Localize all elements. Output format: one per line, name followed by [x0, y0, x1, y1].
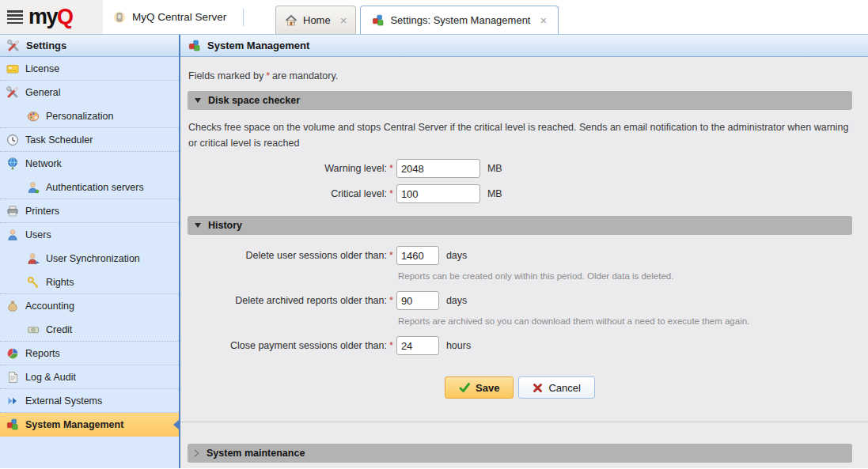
sidebar-item-label: Authentication servers	[46, 182, 144, 193]
cancel-button[interactable]: Cancel	[518, 376, 594, 399]
document-icon	[6, 371, 19, 384]
sidebar-item-label: Personalization	[46, 111, 113, 122]
field-help-text: Reports are archived so you can download…	[398, 316, 852, 326]
sidebar-item-label: General	[25, 87, 60, 98]
section-header-history[interactable]: History	[188, 216, 852, 235]
sidebar-item-label: Rights	[46, 277, 74, 288]
field-unit: hours	[446, 340, 471, 351]
sidebar-title: Settings	[26, 40, 66, 51]
blocks-icon	[6, 418, 19, 431]
page-title: System Management	[207, 40, 309, 51]
field-label: Warning level:	[188, 163, 387, 174]
section-header-disk-space-checker[interactable]: Disk space checker	[188, 91, 852, 110]
close-icon[interactable]	[540, 14, 547, 26]
clock-icon	[6, 134, 19, 146]
printer-icon	[6, 205, 19, 217]
mandatory-note-suffix: are mandatory.	[272, 70, 338, 81]
field-label: Critical level:	[188, 188, 387, 199]
sidebar-item-log-audit[interactable]: Log & Audit	[0, 365, 179, 389]
banknote-icon	[27, 323, 40, 336]
myq-logo[interactable]: myQ	[28, 6, 73, 28]
form-row-close-payment-sessions: Close payment sessions older than: * hou…	[188, 336, 852, 355]
sidebar-item-authentication-servers[interactable]: Authentication servers	[0, 176, 179, 199]
tab-home[interactable]: Home	[275, 6, 356, 34]
sidebar-item-label: User Synchronization	[46, 253, 140, 264]
section-header-system-maintenance[interactable]: System maintenance	[188, 444, 852, 463]
disk-space-description: Checks free space on the volume and stop…	[188, 119, 852, 151]
sidebar-item-label: System Management	[25, 419, 123, 430]
warning-level-input[interactable]	[396, 159, 480, 178]
collapse-arrow-icon	[195, 223, 201, 228]
tab-settings-system-management[interactable]: Settings: System Management	[360, 6, 559, 34]
sidebar-item-label: Log & Audit	[25, 372, 76, 383]
sidebar-item-personalization[interactable]: Personalization	[0, 104, 179, 128]
blocks-icon	[372, 14, 385, 27]
main-panel: System Management Fields marked by*are m…	[180, 35, 868, 468]
top-bar: myQ MyQ Central Server Home	[0, 0, 868, 35]
required-asterisk: *	[389, 250, 393, 261]
sidebar-item-credit[interactable]: Credit	[0, 318, 179, 342]
collapse-arrow-icon	[195, 98, 201, 103]
sidebar-item-license[interactable]: License	[0, 57, 179, 81]
page-header: System Management	[180, 35, 868, 57]
tools-icon	[6, 86, 19, 99]
tools-icon	[7, 40, 20, 52]
sidebar-item-task-scheduler[interactable]: Task Scheduler	[0, 128, 179, 152]
sidebar-item-rights[interactable]: Rights	[0, 270, 179, 294]
tab-label: Home	[303, 14, 331, 26]
form-buttons: Save Cancel	[188, 376, 852, 399]
server-label: MyQ Central Server	[132, 11, 226, 23]
close-icon[interactable]	[340, 14, 347, 26]
section-divider	[180, 422, 868, 422]
sidebar-item-label: License	[25, 63, 59, 74]
sidebar-item-label: Reports	[25, 348, 60, 359]
sidebar-item-reports[interactable]: Reports	[0, 342, 179, 365]
close-payment-sessions-input[interactable]	[396, 336, 439, 355]
delete-archived-reports-input[interactable]	[396, 291, 439, 310]
sidebar-item-users[interactable]: Users	[0, 223, 179, 247]
field-unit: MB	[487, 163, 502, 174]
sidebar-item-accounting[interactable]: Accounting	[0, 294, 179, 318]
main-layout: Settings License General	[0, 35, 868, 468]
sidebar-item-label: Credit	[46, 324, 72, 335]
x-icon	[533, 383, 543, 393]
mandatory-note-prefix: Fields marked by	[188, 70, 263, 81]
globe-icon	[6, 157, 19, 170]
form-row-delete-user-sessions: Delete user sessions older than: * days	[188, 246, 852, 265]
form-row-critical-level: Critical level: * MB	[188, 184, 852, 203]
sidebar-item-network[interactable]: Network	[0, 152, 179, 176]
required-asterisk: *	[389, 163, 393, 174]
logo-block: myQ	[0, 0, 103, 34]
sidebar-item-label: External Systems	[25, 395, 102, 407]
sidebar-item-user-synchronization[interactable]: User Synchronization	[0, 247, 179, 270]
logo-text-q: Q	[57, 5, 73, 28]
section-title: Disk space checker	[208, 95, 300, 106]
save-button[interactable]: Save	[445, 376, 514, 399]
arrows-icon	[6, 395, 19, 407]
form-row-delete-archived-reports: Delete archived reports older than: * da…	[188, 291, 852, 310]
sidebar-item-label: Network	[25, 158, 62, 169]
sidebar-item-system-management[interactable]: System Management	[0, 413, 179, 437]
sidebar-item-external-systems[interactable]: External Systems	[0, 389, 179, 413]
sidebar-item-general[interactable]: General	[0, 81, 179, 104]
server-area: MyQ Central Server	[103, 0, 244, 34]
user-sync-icon	[27, 252, 40, 265]
critical-level-input[interactable]	[396, 184, 480, 203]
field-help-text: Reports can be created only within this …	[398, 271, 852, 281]
save-button-label: Save	[476, 382, 499, 394]
field-label: Close payment sessions older than:	[188, 340, 387, 351]
field-unit: MB	[487, 188, 502, 199]
hamburger-menu-icon[interactable]	[7, 10, 23, 24]
home-icon	[285, 14, 298, 27]
settings-sidebar: Settings License General	[0, 35, 180, 468]
section-title: History	[208, 220, 242, 231]
field-label: Delete user sessions older than:	[188, 250, 387, 261]
delete-user-sessions-input[interactable]	[396, 246, 439, 265]
required-asterisk: *	[266, 70, 270, 81]
sidebar-item-printers[interactable]: Printers	[0, 199, 179, 223]
sidebar-item-label: Printers	[25, 206, 59, 217]
required-asterisk: *	[389, 295, 393, 306]
settings-content: Fields marked by*are mandatory. Disk spa…	[180, 57, 868, 468]
check-icon	[459, 382, 470, 393]
blocks-icon	[188, 40, 201, 52]
